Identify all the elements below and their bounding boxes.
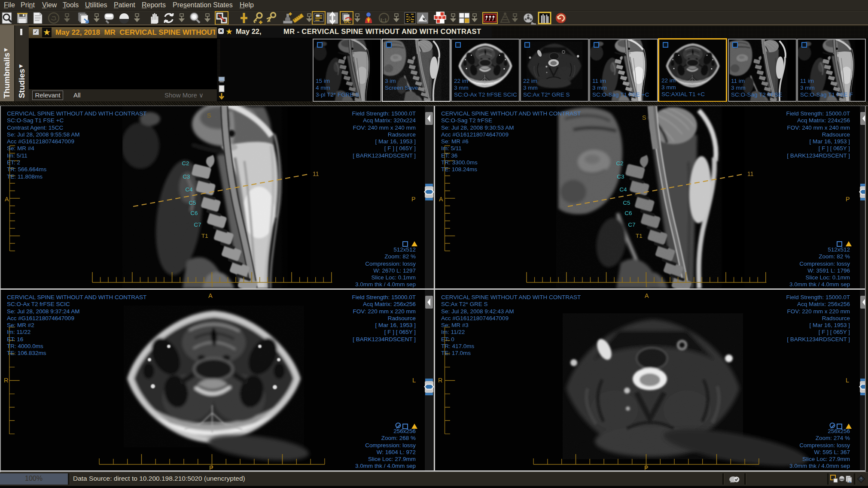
svg-text:C7: C7 [194,221,201,228]
svg-text:C2: C2 [182,160,189,167]
svg-text:11: 11 [747,170,754,177]
svg-text:A: A [5,196,9,203]
svg-text:S: S [642,114,646,121]
svg-text:C3: C3 [183,173,190,180]
svg-text:P: P [846,196,850,203]
svg-text:C6: C6 [190,210,198,216]
svg-text:C6: C6 [624,210,632,216]
svg-text:C4: C4 [185,186,193,193]
svg-text:R: R [4,377,8,384]
svg-text:P: P [411,196,416,203]
svg-text:T1: T1 [636,233,643,239]
svg-text:C3: C3 [617,173,624,180]
svg-text:C5: C5 [189,200,196,206]
svg-text:C5: C5 [623,200,630,206]
svg-text:P: P [209,464,213,470]
svg-text:A: A [208,292,213,299]
svg-text:T1: T1 [201,233,208,239]
svg-text:DC: DC [344,19,351,24]
svg-text:A: A [645,292,649,299]
svg-text:P: P [644,464,649,470]
svg-text:11: 11 [313,170,319,177]
svg-text:C2: C2 [616,160,623,167]
svg-text:C7: C7 [628,221,635,228]
svg-text:A: A [439,196,443,203]
svg-text:S: S [207,112,211,119]
svg-text:C4: C4 [619,186,627,193]
svg-text:1:1: 1:1 [380,18,387,23]
svg-text:R: R [438,377,442,384]
svg-text:L: L [412,377,416,384]
svg-text:L: L [846,377,849,384]
